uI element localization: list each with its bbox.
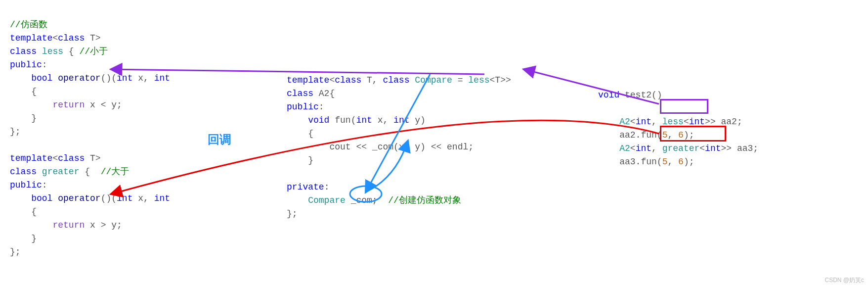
middle-code-block: template<class T, class Compare = less<T… — [287, 60, 511, 221]
callback-label: 回调 — [208, 133, 231, 146]
kw-private: private — [287, 182, 324, 192]
comment-functor: //仿函数 — [10, 20, 47, 30]
kw-bool: bool — [31, 73, 52, 83]
right-code-block: void test2() A2<int, less<int>> aa2; aa2… — [598, 75, 758, 169]
kw-class2: class — [10, 47, 37, 56]
kw-template-mid: template — [287, 75, 329, 85]
greater-name: greater — [42, 167, 80, 177]
kw-template2: template — [10, 153, 52, 163]
kw-void: void — [308, 115, 329, 125]
com-member: _com — [346, 195, 372, 205]
less-default: less — [468, 75, 489, 85]
box-less-int — [660, 99, 708, 114]
box-greater-int — [660, 126, 726, 142]
greater-usage: greater — [662, 144, 700, 153]
kw-template: template — [10, 33, 52, 43]
compare-type: Compare — [308, 195, 346, 205]
kw-return: return — [52, 100, 85, 110]
less-usage: less — [662, 117, 684, 127]
left-code-block: //仿函数 template<class T> class less { //小… — [10, 5, 170, 259]
kw-public: public — [10, 60, 42, 70]
less-name: less — [42, 47, 63, 56]
kw-class: class — [58, 33, 85, 43]
A2-type: A2 — [619, 117, 630, 127]
void-test: void — [598, 90, 619, 100]
watermark: CSDN @奶芙c — [825, 274, 864, 287]
com-call: _com — [372, 142, 393, 152]
